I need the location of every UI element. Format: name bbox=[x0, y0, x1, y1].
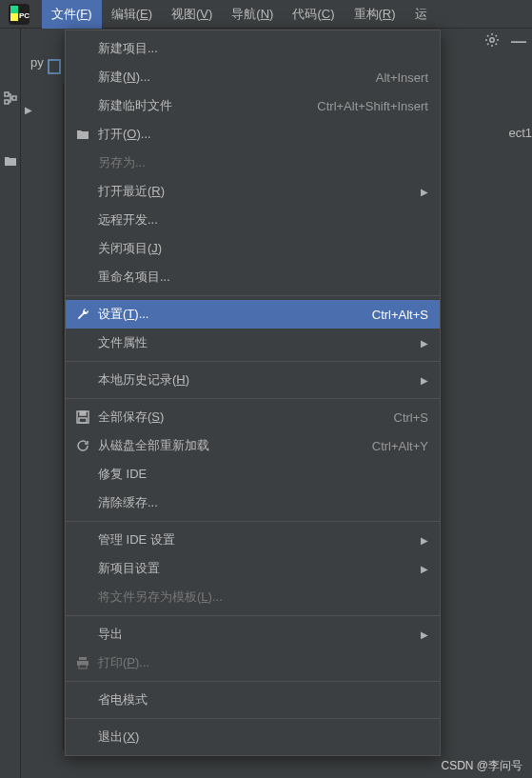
save-icon bbox=[75, 409, 90, 425]
svg-point-4 bbox=[490, 38, 494, 42]
file-menu-item-1[interactable]: 新建(N)...Alt+Insert bbox=[66, 63, 440, 91]
settings-gear-icon[interactable] bbox=[484, 32, 500, 51]
svg-rect-10 bbox=[80, 411, 86, 415]
file-menu-item-11[interactable]: 文件属性▶ bbox=[66, 329, 440, 357]
menu-item-2[interactable]: 视图(V) bbox=[162, 0, 222, 29]
svg-rect-8 bbox=[49, 60, 60, 73]
file-menu-item-20[interactable]: 管理 IDE 设置▶ bbox=[66, 526, 440, 554]
menu-separator bbox=[66, 615, 440, 616]
submenu-arrow-icon: ▶ bbox=[421, 338, 428, 349]
file-menu-item-21[interactable]: 新项目设置▶ bbox=[66, 554, 440, 583]
file-menu-item-25: 打印(P)... bbox=[66, 648, 440, 677]
menu-item-1[interactable]: 编辑(E) bbox=[102, 0, 162, 29]
file-menu-item-4: 另存为... bbox=[66, 149, 440, 177]
file-menu-item-27[interactable]: 省电模式 bbox=[66, 686, 440, 714]
folder-icon bbox=[75, 127, 90, 142]
menu-item-label: 文件属性 bbox=[98, 334, 428, 351]
menu-item-label: 导出 bbox=[98, 626, 428, 643]
svg-rect-14 bbox=[79, 665, 87, 668]
menubar: PC 文件(F)编辑(E)视图(V)导航(N)代码(C)重构(R)运 bbox=[0, 0, 532, 29]
svg-rect-6 bbox=[5, 100, 9, 104]
minimize-icon[interactable]: — bbox=[511, 33, 526, 50]
menu-item-label: 新项目设置 bbox=[98, 560, 428, 577]
menu-item-label: 设置(T)... bbox=[98, 306, 363, 323]
watermark: CSDN @李问号 bbox=[441, 758, 522, 774]
menu-item-0[interactable]: 文件(F) bbox=[42, 0, 102, 29]
svg-rect-5 bbox=[5, 92, 9, 96]
file-menu-item-17[interactable]: 修复 IDE bbox=[66, 460, 440, 489]
menu-item-label: 新建临时文件 bbox=[98, 97, 307, 114]
menu-item-shortcut: Ctrl+S bbox=[394, 410, 428, 425]
file-menu-item-0[interactable]: 新建项目... bbox=[66, 34, 440, 63]
print-icon bbox=[75, 655, 90, 670]
folder-rail-icon[interactable] bbox=[2, 152, 19, 170]
reload-icon bbox=[75, 438, 90, 453]
menu-item-label: 打开(O)... bbox=[98, 126, 428, 143]
structure-icon[interactable] bbox=[2, 90, 19, 107]
menu-item-label: 打印(P)... bbox=[98, 654, 428, 671]
menu-item-label: 全部保存(S) bbox=[98, 409, 384, 426]
left-gutter bbox=[0, 29, 21, 778]
submenu-arrow-icon: ▶ bbox=[421, 629, 428, 640]
menu-item-shortcut: Ctrl+Alt+S bbox=[372, 308, 428, 322]
file-menu-item-18[interactable]: 清除缓存... bbox=[66, 489, 440, 517]
file-menu-item-5[interactable]: 打开最近(R)▶ bbox=[66, 177, 440, 206]
menu-item-shortcut: Alt+Insert bbox=[376, 70, 428, 85]
menu-item-label: 从磁盘全部重新加载 bbox=[98, 437, 363, 454]
menu-item-label: 另存为... bbox=[98, 154, 428, 171]
file-menu-dropdown: 新建项目...新建(N)...Alt+Insert新建临时文件Ctrl+Alt+… bbox=[65, 30, 441, 756]
file-menu-item-3[interactable]: 打开(O)... bbox=[66, 120, 440, 149]
menu-separator bbox=[66, 295, 440, 296]
menu-item-label: 新建(N)... bbox=[98, 69, 366, 86]
file-menu-item-6[interactable]: 远程开发... bbox=[66, 206, 440, 234]
menu-item-label: 将文件另存为模板(L)... bbox=[98, 588, 428, 606]
file-menu-item-22: 将文件另存为模板(L)... bbox=[66, 583, 440, 611]
svg-rect-11 bbox=[79, 418, 87, 423]
menu-item-label: 管理 IDE 设置 bbox=[98, 531, 428, 549]
project-tree-rail bbox=[21, 84, 64, 750]
file-menu-item-16[interactable]: 从磁盘全部重新加载Ctrl+Alt+Y bbox=[66, 431, 440, 460]
file-menu-item-10[interactable]: 设置(T)...Ctrl+Alt+S bbox=[66, 300, 440, 329]
svg-rect-7 bbox=[12, 96, 16, 100]
menu-separator bbox=[66, 361, 440, 362]
menu-separator bbox=[66, 681, 440, 682]
svg-rect-1 bbox=[10, 6, 18, 13]
menu-item-3[interactable]: 导航(N) bbox=[222, 0, 283, 29]
file-menu-item-24[interactable]: 导出▶ bbox=[66, 620, 440, 648]
breadcrumb-fragment: ect1 bbox=[508, 126, 532, 140]
menu-item-6[interactable]: 运 bbox=[405, 0, 437, 29]
menu-item-label: 修复 IDE bbox=[98, 466, 428, 483]
menu-item-label: 打开最近(R) bbox=[98, 183, 428, 200]
menu-item-label: 本地历史记录(H) bbox=[98, 371, 428, 389]
menu-item-shortcut: Ctrl+Alt+Y bbox=[372, 439, 428, 453]
tree-expand-chevron-icon[interactable]: ▶ bbox=[25, 105, 32, 115]
app-logo: PC bbox=[8, 3, 30, 26]
svg-rect-12 bbox=[79, 657, 87, 660]
file-menu-item-13[interactable]: 本地历史记录(H)▶ bbox=[66, 366, 440, 394]
file-menu-item-8[interactable]: 重命名项目... bbox=[66, 263, 440, 291]
file-menu-item-29[interactable]: 退出(X) bbox=[66, 723, 440, 751]
menu-item-label: 新建项目... bbox=[98, 40, 428, 57]
file-menu-item-7[interactable]: 关闭项目(J) bbox=[66, 234, 440, 263]
menu-separator bbox=[66, 398, 440, 399]
wrench-icon bbox=[75, 307, 90, 322]
menu-item-label: 退出(X) bbox=[98, 728, 428, 746]
submenu-arrow-icon: ▶ bbox=[421, 187, 428, 197]
menu-separator bbox=[66, 521, 440, 522]
submenu-arrow-icon: ▶ bbox=[421, 564, 428, 574]
menu-item-shortcut: Ctrl+Alt+Shift+Insert bbox=[317, 99, 428, 113]
submenu-arrow-icon: ▶ bbox=[421, 375, 428, 386]
file-tab-icon[interactable] bbox=[48, 59, 65, 76]
file-menu-item-15[interactable]: 全部保存(S)Ctrl+S bbox=[66, 403, 440, 431]
project-tab-label: py bbox=[30, 55, 44, 70]
menu-item-label: 重命名项目... bbox=[98, 269, 428, 286]
toolbar-right: — bbox=[484, 32, 526, 51]
menu-item-label: 关闭项目(J) bbox=[98, 240, 428, 257]
menu-item-label: 清除缓存... bbox=[98, 494, 428, 511]
submenu-arrow-icon: ▶ bbox=[421, 535, 428, 546]
svg-text:PC: PC bbox=[19, 11, 30, 20]
menu-item-5[interactable]: 重构(R) bbox=[345, 0, 405, 29]
menu-item-4[interactable]: 代码(C) bbox=[283, 0, 344, 29]
svg-rect-2 bbox=[10, 13, 18, 21]
file-menu-item-2[interactable]: 新建临时文件Ctrl+Alt+Shift+Insert bbox=[66, 91, 440, 120]
